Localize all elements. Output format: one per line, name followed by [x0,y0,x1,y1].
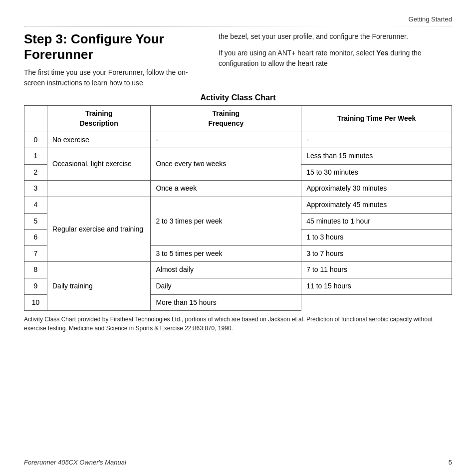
table-row: 4Regular exercise and training2 to 3 tim… [24,197,452,213]
table-header-row: TrainingDescription TrainingFrequency Tr… [24,106,452,132]
cell-freq: 3 to 5 times per week [151,245,301,262]
table-row: 0No exercise-- [24,132,452,148]
cell-time: Less than 15 minutes [301,148,452,165]
page-header: Getting Started [24,15,452,26]
cell-num: 5 [24,213,47,230]
cell-time: More than 15 hours [151,294,301,311]
cell-freq: - [151,132,301,148]
footnote: Activity Class Chart provided by Firstbe… [24,315,452,333]
cell-num: 0 [24,132,47,148]
page-footer: Forerunner 405CX Owner's Manual 5 [24,459,452,466]
cell-time: Approximately 45 minutes [301,197,452,213]
cell-num: 4 [24,197,47,213]
cell-time: Approximately 30 minutes [301,181,452,197]
cell-time: 3 to 7 hours [301,245,452,262]
cell-time: 15 to 30 minutes [301,164,452,181]
right-column: the bezel, set your user profile, and co… [219,31,452,88]
cell-num: 6 [24,230,47,246]
col-header-freq: TrainingFrequency [151,106,301,132]
cell-time: 7 to 11 hours [301,262,452,278]
col-header-desc: TrainingDescription [47,106,150,132]
cell-desc [47,181,150,197]
cell-freq: Once every two weeks [151,148,301,181]
cell-num: 1 [24,148,47,165]
cell-num: 8 [24,262,47,278]
page-title: Step 3: Configure Your Forerunner [24,31,204,62]
right-text-block: the bezel, set your user profile, and co… [219,31,452,69]
footer-page: 5 [449,459,452,466]
right-para2: If you are using an ANT+ heart rate moni… [219,48,452,69]
footer-manual: Forerunner 405CX Owner's Manual [24,459,126,466]
left-column: Step 3: Configure Your Forerunner The fi… [24,31,204,88]
cell-freq: Almost daily [151,262,301,278]
right-para1: the bezel, set your user profile, and co… [219,31,452,42]
cell-num: 7 [24,245,47,262]
col-header-time: Training Time Per Week [301,106,452,132]
col-header-num [24,106,47,132]
cell-num: 2 [24,164,47,181]
cell-num: 10 [24,294,47,311]
cell-time: 1 to 3 hours [301,230,452,246]
table-section: Activity Class Chart TrainingDescription… [24,93,452,311]
page: Getting Started Step 3: Configure Your F… [0,0,476,476]
table-row: 1Occasional, light exerciseOnce every tw… [24,148,452,165]
cell-time: 45 minutes to 1 hour [301,213,452,230]
intro-section: Step 3: Configure Your Forerunner The fi… [24,31,452,88]
bold-yes: Yes [376,49,388,57]
cell-num: 3 [24,181,47,197]
cell-desc: Occasional, light exercise [47,148,150,181]
cell-freq: 2 to 3 times per week [151,197,301,245]
cell-desc: Daily training [47,262,150,311]
activity-class-table: TrainingDescription TrainingFrequency Tr… [24,105,452,311]
cell-freq: Daily [151,278,301,294]
table-row: 8Daily trainingAlmost daily7 to 11 hours [24,262,452,278]
table-row: 3Once a weekApproximately 30 minutes [24,181,452,197]
left-intro: The first time you use your Forerunner, … [24,67,204,88]
cell-time: - [301,132,452,148]
cell-time: 11 to 15 hours [301,278,452,294]
table-title: Activity Class Chart [24,93,452,102]
cell-num: 9 [24,278,47,294]
cell-desc: Regular exercise and training [47,197,150,261]
cell-freq: Once a week [151,181,301,197]
header-text: Getting Started [409,15,452,23]
cell-desc: No exercise [47,132,150,148]
